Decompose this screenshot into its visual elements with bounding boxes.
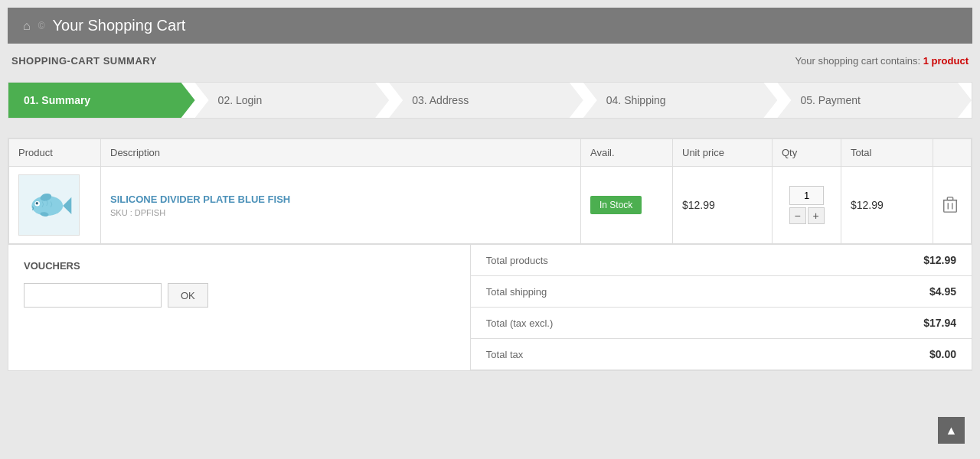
delete-button[interactable] (942, 197, 958, 213)
product-image-cell (9, 167, 101, 244)
qty-control: − + (782, 186, 831, 224)
cart-count: 1 product (923, 55, 969, 67)
qty-cell: − + (773, 167, 841, 244)
col-product: Product (9, 139, 101, 167)
total-tax-excl-label: Total (tax excl.) (486, 317, 553, 329)
voucher-form: OK (24, 283, 455, 308)
table-row: SILICONE DIVIDER PLATE BLUE FISH SKU : D… (9, 167, 972, 244)
cart-table: Product Description Avail. Unit price Qt… (8, 138, 972, 244)
cart-info-prefix: Your shopping cart contains: (795, 55, 923, 67)
delete-icon (942, 197, 958, 213)
total-tax-label: Total tax (486, 349, 523, 360)
product-name[interactable]: SILICONE DIVIDER PLATE BLUE FISH (110, 194, 571, 205)
col-total: Total (841, 139, 933, 167)
svg-rect-6 (944, 200, 957, 213)
col-description: Description (101, 139, 581, 167)
page-title: Your Shopping Cart (53, 17, 186, 34)
qty-buttons: − + (789, 207, 825, 224)
voucher-ok-button[interactable]: OK (168, 283, 208, 308)
total-tax-excl-value: $17.94 (923, 317, 956, 329)
total-products-label: Total products (486, 255, 548, 266)
col-unit-price: Unit price (673, 139, 773, 167)
header-bar: ⌂ © Your Shopping Cart (8, 8, 972, 44)
availability-cell: In Stock (581, 167, 673, 244)
step-address[interactable]: 03. Address (389, 83, 583, 118)
step-summary[interactable]: 01. Summary (8, 83, 195, 118)
in-stock-badge: In Stock (590, 196, 642, 214)
section-header: SHOPPING-CART SUMMARY Your shopping cart… (8, 55, 972, 67)
step-shipping[interactable]: 04. Shipping (583, 83, 778, 118)
svg-point-5 (35, 202, 38, 204)
total-shipping-value: $4.95 (929, 285, 956, 298)
main-content: Product Description Avail. Unit price Qt… (8, 138, 972, 371)
section-title: SHOPPING-CART SUMMARY (11, 55, 157, 67)
col-actions (933, 139, 972, 167)
product-sku: SKU : DPFISH (110, 208, 571, 217)
total-products-value: $12.99 (923, 254, 956, 266)
total-tax-excl-row: Total (tax excl.) $17.94 (471, 308, 972, 339)
qty-input[interactable] (789, 186, 824, 205)
total-shipping-label: Total shipping (486, 286, 547, 298)
action-cell (933, 167, 972, 244)
step-payment[interactable]: 05. Payment (777, 83, 972, 118)
cart-info: Your shopping cart contains: 1 product (795, 55, 969, 67)
fish-image (24, 184, 74, 226)
breadcrumb-separator: © (38, 21, 45, 31)
row-total: $12.99 (851, 199, 884, 211)
svg-marker-1 (63, 197, 71, 213)
vouchers-section: VOUCHERS OK (8, 245, 471, 370)
unit-price-cell: $12.99 (673, 167, 773, 244)
total-cell: $12.99 (841, 167, 933, 244)
product-description-cell: SILICONE DIVIDER PLATE BLUE FISH SKU : D… (101, 167, 581, 244)
home-icon[interactable]: ⌂ (23, 19, 31, 33)
totals-section: Total products $12.99 Total shipping $4.… (471, 245, 972, 370)
unit-price: $12.99 (682, 199, 715, 211)
step-login[interactable]: 02. Login (195, 83, 390, 118)
total-shipping-row: Total shipping $4.95 (471, 276, 972, 308)
total-products-row: Total products $12.99 (471, 245, 972, 276)
col-availability: Avail. (581, 139, 673, 167)
col-qty: Qty (773, 139, 841, 167)
bottom-section: VOUCHERS OK Total products $12.99 Total … (8, 244, 972, 370)
checkout-steps: 01. Summary 02. Login 03. Address 04. Sh… (8, 82, 972, 119)
total-tax-row: Total tax $0.00 (471, 339, 972, 370)
total-tax-value: $0.00 (929, 348, 956, 360)
vouchers-title: VOUCHERS (24, 260, 455, 272)
qty-decrease-button[interactable]: − (789, 207, 806, 224)
product-image (18, 174, 80, 236)
voucher-input[interactable] (24, 283, 162, 308)
qty-increase-button[interactable]: + (808, 207, 825, 224)
